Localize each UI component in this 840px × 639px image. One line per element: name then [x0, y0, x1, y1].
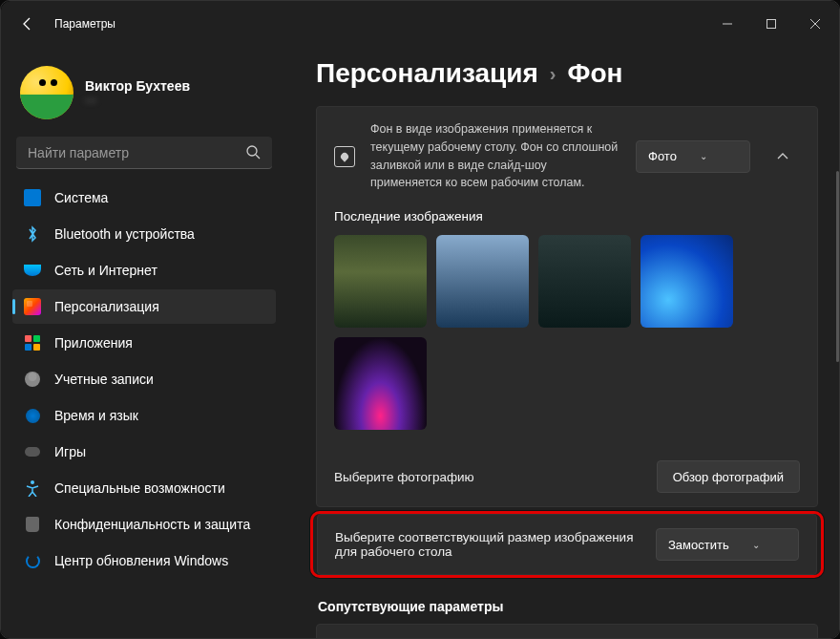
time-icon	[24, 407, 41, 424]
choose-photo-row: Выберите фотографию Обзор фотографий	[317, 447, 817, 506]
nav-update[interactable]: Центр обновления Windows	[12, 543, 276, 578]
profile-block[interactable]: Виктор Бухтеев —	[12, 54, 276, 137]
recent-images-grid	[317, 235, 817, 447]
highlight-annotation: Выберите соответствующий размер изображе…	[310, 511, 824, 578]
accessibility-icon	[24, 479, 41, 497]
fit-label: Выберите соответствующий размер изображе…	[335, 530, 640, 559]
maximize-button[interactable]	[749, 9, 793, 39]
profile-name: Виктор Бухтеев	[85, 78, 190, 94]
background-type-card: Фон в виде изображения применяется к тек…	[316, 106, 818, 507]
wallpaper-thumb[interactable]	[538, 235, 631, 328]
fit-card: Выберите соответствующий размер изображе…	[317, 514, 817, 575]
wallpaper-thumb[interactable]	[334, 235, 427, 328]
gaming-icon	[24, 443, 41, 460]
update-icon	[24, 552, 41, 569]
nav: Система Bluetooth и устройства Сеть и Ин…	[12, 181, 276, 578]
nav-accessibility[interactable]: Специальные возможности	[12, 471, 276, 505]
wallpaper-thumb[interactable]	[640, 235, 733, 328]
collapse-button[interactable]	[766, 139, 800, 174]
search-icon	[246, 145, 261, 160]
breadcrumb-current: Фон	[568, 58, 623, 89]
breadcrumb-parent[interactable]: Персонализация	[316, 58, 538, 89]
svg-line-3	[256, 155, 260, 159]
svg-point-2	[247, 146, 257, 156]
breadcrumb: Персонализация › Фон	[316, 58, 818, 89]
network-icon	[24, 262, 41, 279]
settings-window: Параметры Виктор Бухтеев —	[1, 1, 840, 639]
avatar	[20, 66, 74, 119]
titlebar: Параметры	[1, 1, 840, 47]
nav-system[interactable]: Система	[12, 181, 276, 215]
browse-photos-button[interactable]: Обзор фотографий	[657, 460, 800, 493]
window-controls	[705, 9, 837, 39]
background-type-dropdown[interactable]: Фото ⌄	[636, 140, 750, 173]
wallpaper-thumb[interactable]	[334, 337, 427, 430]
sidebar: Виктор Бухтеев — Система Bluetooth и уст…	[1, 47, 287, 639]
nav-bluetooth[interactable]: Bluetooth и устройства	[12, 217, 276, 251]
search-input[interactable]	[28, 145, 246, 160]
scrollbar[interactable]	[836, 171, 839, 362]
system-icon	[24, 189, 41, 206]
chevron-down-icon: ⌄	[752, 540, 760, 550]
nav-apps[interactable]: Приложения	[12, 326, 276, 360]
profile-email: —	[85, 94, 190, 107]
close-button[interactable]	[793, 9, 837, 39]
svg-rect-1	[767, 20, 776, 29]
contrast-themes-card[interactable]: Контрастные темы	[316, 624, 818, 639]
main-content: Персонализация › Фон Фон в виде изображе…	[287, 47, 840, 639]
window-title: Параметры	[54, 17, 116, 31]
accounts-icon	[24, 371, 41, 388]
privacy-icon	[24, 516, 41, 533]
chevron-down-icon: ⌄	[700, 151, 707, 161]
nav-personalization[interactable]: Персонализация	[12, 289, 276, 324]
bluetooth-icon	[24, 225, 41, 243]
apps-icon	[24, 334, 41, 351]
wallpaper-thumb[interactable]	[436, 235, 529, 328]
svg-point-4	[31, 480, 34, 484]
nav-privacy[interactable]: Конфиденциальность и защита	[12, 507, 276, 542]
personalization-icon	[24, 298, 41, 315]
nav-gaming[interactable]: Игры	[12, 435, 276, 469]
recent-images-label: Последние изображения	[317, 205, 817, 235]
related-heading: Сопутствующие параметры	[318, 599, 816, 614]
fit-dropdown[interactable]: Замостить ⌄	[656, 528, 799, 561]
background-description: Фон в виде изображения применяется к тек…	[370, 120, 620, 192]
back-button[interactable]	[9, 5, 47, 43]
search-box[interactable]	[16, 137, 272, 169]
nav-accounts[interactable]: Учетные записи	[12, 362, 276, 396]
picture-icon	[334, 146, 355, 167]
nav-network[interactable]: Сеть и Интернет	[12, 253, 276, 288]
minimize-button[interactable]	[705, 9, 749, 39]
choose-photo-label: Выберите фотографию	[334, 470, 641, 484]
chevron-right-icon: ›	[550, 63, 556, 85]
nav-time[interactable]: Время и язык	[12, 398, 276, 433]
